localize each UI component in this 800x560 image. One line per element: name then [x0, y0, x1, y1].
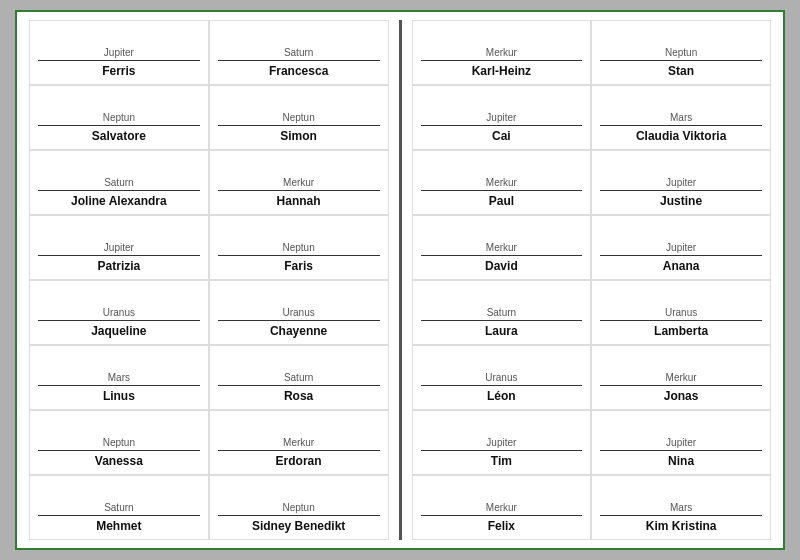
card-planet: Jupiter	[600, 242, 762, 253]
card-planet: Neptun	[600, 47, 762, 58]
name-card: SaturnLaura	[412, 280, 592, 345]
card-name: Linus	[38, 389, 200, 403]
card-name: Sidney Benedikt	[218, 519, 380, 533]
card-planet: Saturn	[38, 177, 200, 188]
card-separator	[600, 515, 762, 516]
card-name: Justine	[600, 194, 762, 208]
name-card: MerkurDavid	[412, 215, 592, 280]
name-card: JupiterTim	[412, 410, 592, 475]
page: JupiterFerrisSaturnFrancescaNeptunSalvat…	[15, 10, 785, 550]
card-name: Cai	[421, 129, 583, 143]
name-card: NeptunSalvatore	[29, 85, 209, 150]
name-card: MerkurFelix	[412, 475, 592, 540]
card-planet: Saturn	[38, 502, 200, 513]
card-separator	[218, 450, 380, 451]
card-separator	[38, 515, 200, 516]
card-planet: Mars	[600, 112, 762, 123]
card-planet: Saturn	[218, 372, 380, 383]
card-separator	[38, 450, 200, 451]
card-name: Anana	[600, 259, 762, 273]
name-card: JupiterJustine	[591, 150, 771, 215]
card-planet: Neptun	[218, 502, 380, 513]
card-name: Laura	[421, 324, 583, 338]
card-separator	[600, 385, 762, 386]
name-card: SaturnMehmet	[29, 475, 209, 540]
name-card: MerkurPaul	[412, 150, 592, 215]
name-card: MarsKim Kristina	[591, 475, 771, 540]
card-planet: Merkur	[421, 177, 583, 188]
card-separator	[421, 450, 583, 451]
card-separator	[38, 320, 200, 321]
card-planet: Merkur	[421, 502, 583, 513]
card-name: Vanessa	[38, 454, 200, 468]
card-name: Felix	[421, 519, 583, 533]
name-card: UranusChayenne	[209, 280, 389, 345]
card-planet: Uranus	[218, 307, 380, 318]
name-card: NeptunSidney Benedikt	[209, 475, 389, 540]
card-separator	[600, 320, 762, 321]
name-card: UranusLéon	[412, 345, 592, 410]
card-planet: Neptun	[38, 112, 200, 123]
card-separator	[218, 515, 380, 516]
name-card: UranusLamberta	[591, 280, 771, 345]
card-planet: Merkur	[218, 437, 380, 448]
name-card: NeptunSimon	[209, 85, 389, 150]
name-card: SaturnJoline Alexandra	[29, 150, 209, 215]
right-grid: MerkurKarl-HeinzNeptunStanJupiterCaiMars…	[412, 20, 772, 540]
name-card: NeptunVanessa	[29, 410, 209, 475]
card-name: Jaqueline	[38, 324, 200, 338]
card-separator	[38, 255, 200, 256]
name-card: UranusJaqueline	[29, 280, 209, 345]
card-separator	[421, 515, 583, 516]
card-separator	[38, 190, 200, 191]
card-name: Paul	[421, 194, 583, 208]
card-separator	[218, 190, 380, 191]
card-name: Patrizia	[38, 259, 200, 273]
vertical-divider	[399, 20, 402, 540]
card-separator	[600, 125, 762, 126]
card-name: Ferris	[38, 64, 200, 78]
card-planet: Jupiter	[600, 437, 762, 448]
card-name: Lamberta	[600, 324, 762, 338]
card-name: Tim	[421, 454, 583, 468]
card-planet: Jupiter	[38, 47, 200, 58]
right-half: MerkurKarl-HeinzNeptunStanJupiterCaiMars…	[408, 20, 776, 540]
card-name: Kim Kristina	[600, 519, 762, 533]
name-card: JupiterNina	[591, 410, 771, 475]
card-planet: Saturn	[218, 47, 380, 58]
card-planet: Jupiter	[421, 112, 583, 123]
card-name: Erdoran	[218, 454, 380, 468]
card-separator	[38, 60, 200, 61]
card-planet: Uranus	[600, 307, 762, 318]
card-separator	[421, 255, 583, 256]
card-name: Salvatore	[38, 129, 200, 143]
card-separator	[38, 125, 200, 126]
left-grid: JupiterFerrisSaturnFrancescaNeptunSalvat…	[29, 20, 389, 540]
card-separator	[421, 385, 583, 386]
name-card: NeptunStan	[591, 20, 771, 85]
card-planet: Neptun	[218, 242, 380, 253]
name-card: MerkurErdoran	[209, 410, 389, 475]
card-separator	[600, 450, 762, 451]
card-planet: Jupiter	[600, 177, 762, 188]
card-separator	[600, 255, 762, 256]
name-card: MarsLinus	[29, 345, 209, 410]
name-card: MerkurJonas	[591, 345, 771, 410]
card-separator	[600, 190, 762, 191]
name-card: JupiterFerris	[29, 20, 209, 85]
card-planet: Mars	[600, 502, 762, 513]
card-separator	[600, 60, 762, 61]
name-card: SaturnFrancesca	[209, 20, 389, 85]
card-separator	[218, 320, 380, 321]
card-name: Mehmet	[38, 519, 200, 533]
card-name: Hannah	[218, 194, 380, 208]
card-planet: Mars	[38, 372, 200, 383]
card-name: Simon	[218, 129, 380, 143]
card-name: Léon	[421, 389, 583, 403]
card-separator	[421, 190, 583, 191]
card-name: Stan	[600, 64, 762, 78]
card-planet: Saturn	[421, 307, 583, 318]
card-separator	[218, 125, 380, 126]
name-card: MerkurHannah	[209, 150, 389, 215]
card-planet: Merkur	[421, 47, 583, 58]
